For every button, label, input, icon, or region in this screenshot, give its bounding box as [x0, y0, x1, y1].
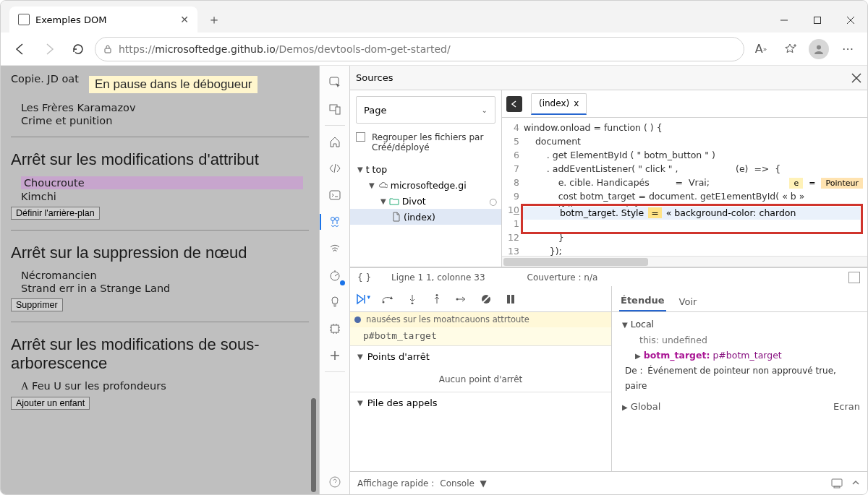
- pause-target[interactable]: p#botm_target: [350, 327, 611, 345]
- heading-node: Arrêt sur la suppression de nœud: [11, 244, 309, 262]
- panel-title: Sources: [356, 72, 393, 83]
- heading-attr: Arrêt sur les modifications d'attribut: [11, 150, 309, 169]
- tree-host[interactable]: ▼microsoftedge.gi: [354, 177, 497, 193]
- drawer-label: Affichage rapide :: [357, 478, 434, 488]
- svg-point-24: [383, 301, 385, 303]
- breakpoints-section[interactable]: ▼Points d'arrêt: [350, 345, 611, 367]
- tab-active[interactable]: Exemples DOM ✕: [9, 7, 197, 33]
- device-icon[interactable]: [323, 97, 347, 121]
- debugger-toolbar: ▾: [350, 286, 611, 312]
- window-titlebar: Exemples DOM ✕ ＋: [1, 1, 867, 33]
- deactivate-breakpoints-button[interactable]: [479, 293, 493, 305]
- callstack-section[interactable]: ▼Pile des appels: [350, 392, 611, 413]
- inspect-icon[interactable]: [323, 70, 347, 95]
- horizontal-scrollbar[interactable]: [502, 256, 867, 267]
- scrollbar-thumb[interactable]: [311, 398, 316, 492]
- heading-subtree: Arrêt sur les modifications de sous-arbo…: [11, 335, 309, 373]
- editor-tab-index[interactable]: (index)x: [531, 93, 587, 115]
- more-tools-icon[interactable]: [323, 343, 347, 368]
- folder-icon: [389, 197, 399, 205]
- lighthouse-icon[interactable]: [323, 290, 347, 314]
- step-out-button[interactable]: [430, 294, 444, 304]
- page-selector[interactable]: Page ⌄: [356, 96, 495, 124]
- minimize-button[interactable]: [767, 8, 801, 33]
- svg-rect-11: [330, 191, 340, 199]
- tab-title: Exemples DOM: [35, 14, 174, 25]
- help-icon[interactable]: [323, 470, 347, 494]
- close-icon[interactable]: x: [574, 98, 579, 108]
- svg-rect-1: [814, 17, 821, 24]
- text-line: Nécromancien: [11, 270, 309, 281]
- elements-icon[interactable]: [323, 156, 347, 181]
- svg-point-28: [436, 294, 438, 296]
- url-field[interactable]: https://microsoftedge.github.io/Demos/de…: [95, 37, 744, 61]
- delete-button[interactable]: Supprimer: [11, 298, 63, 311]
- editor-statusbar: { } Ligne 1 1, colonne 33 Couverture : n…: [350, 267, 867, 286]
- svg-rect-33: [507, 295, 510, 304]
- svg-point-30: [456, 298, 459, 300]
- text-line: Feu U sur les profondeurs: [32, 380, 166, 392]
- refresh-button[interactable]: [66, 37, 90, 61]
- set-background-button[interactable]: Définir l'arrière-plan: [11, 207, 100, 220]
- step-over-button[interactable]: [380, 294, 395, 304]
- svg-rect-10: [336, 107, 340, 114]
- paused-banner: En pause dans le débogueur: [89, 76, 258, 93]
- tree-folder[interactable]: ▼Divot○: [354, 193, 497, 209]
- hover-hint: e=Pointeur: [789, 178, 863, 189]
- lock-icon: [103, 44, 113, 54]
- pause-exceptions-button[interactable]: [503, 293, 518, 305]
- file-icon: [392, 212, 401, 222]
- console-icon[interactable]: [323, 183, 347, 207]
- group-by-authored[interactable]: Regrouper les fichiers par Créé/déployé: [350, 129, 501, 158]
- profile-button[interactable]: [807, 37, 831, 61]
- svg-line-15: [335, 274, 338, 276]
- cursor-position: Ligne 1 1, colonne 33: [391, 272, 485, 283]
- tab-scope[interactable]: Étendue: [619, 290, 666, 311]
- memory-icon[interactable]: [323, 317, 347, 341]
- breakpoints-empty: Aucun point d'arrêt: [350, 367, 611, 392]
- pause-reason: nausées sur les moatncauons attrtoute: [350, 312, 611, 327]
- svg-point-20: [330, 477, 340, 487]
- scope-global[interactable]: ▶ Global Ecran: [612, 398, 867, 412]
- checkbox-icon[interactable]: [356, 132, 365, 142]
- step-into-button[interactable]: [405, 294, 420, 304]
- scope-tree[interactable]: ▼ Local this: undefined ▶ botm_target: p…: [612, 312, 867, 398]
- text-line: Strand err in a Strange Land: [11, 283, 309, 294]
- resume-button[interactable]: ▾: [356, 293, 370, 305]
- tree-top[interactable]: ▼t top: [354, 161, 497, 177]
- text-line: Les Frères Karamazov: [11, 102, 309, 113]
- tab-watch[interactable]: Voir: [678, 292, 699, 311]
- braces-icon[interactable]: { }: [357, 272, 371, 283]
- sources-icon[interactable]: [323, 210, 347, 234]
- favorite-button[interactable]: [778, 37, 802, 61]
- close-devtools-button[interactable]: [851, 73, 861, 83]
- text-line: Crime et punition: [11, 115, 309, 126]
- svg-rect-17: [331, 325, 339, 332]
- maximize-button[interactable]: [801, 8, 834, 33]
- back-button[interactable]: [8, 37, 33, 61]
- svg-rect-34: [511, 295, 514, 304]
- step-button[interactable]: [454, 295, 469, 304]
- close-window-button[interactable]: [834, 8, 867, 33]
- network-icon[interactable]: [323, 236, 347, 261]
- tree-file-index[interactable]: (index): [350, 209, 501, 225]
- add-child-button[interactable]: Ajouter un enfant: [11, 397, 90, 410]
- forward-button[interactable]: [37, 37, 61, 61]
- file-navigator: Page ⌄ Regrouper les fichiers par Créé/d…: [350, 90, 502, 267]
- coverage-label: Couverture : n/a: [527, 272, 598, 283]
- performance-icon[interactable]: [323, 263, 347, 288]
- new-tab-button[interactable]: ＋: [203, 9, 225, 30]
- svg-rect-35: [832, 479, 842, 486]
- svg-rect-4: [105, 48, 111, 53]
- drawer-collapse-icon[interactable]: [851, 478, 860, 488]
- svg-point-26: [412, 302, 414, 304]
- nav-files-button[interactable]: [506, 96, 522, 112]
- read-aloud-button[interactable]: A»: [749, 37, 773, 61]
- highlighted-item: Choucroute: [21, 176, 303, 189]
- welcome-icon[interactable]: [323, 129, 347, 154]
- coverage-toggle[interactable]: [848, 272, 860, 283]
- drawer-issues-icon[interactable]: [831, 478, 843, 488]
- more-button[interactable]: ⋯: [835, 37, 860, 61]
- drawer-console[interactable]: Console ▼: [440, 478, 487, 488]
- close-icon[interactable]: ✕: [180, 14, 189, 25]
